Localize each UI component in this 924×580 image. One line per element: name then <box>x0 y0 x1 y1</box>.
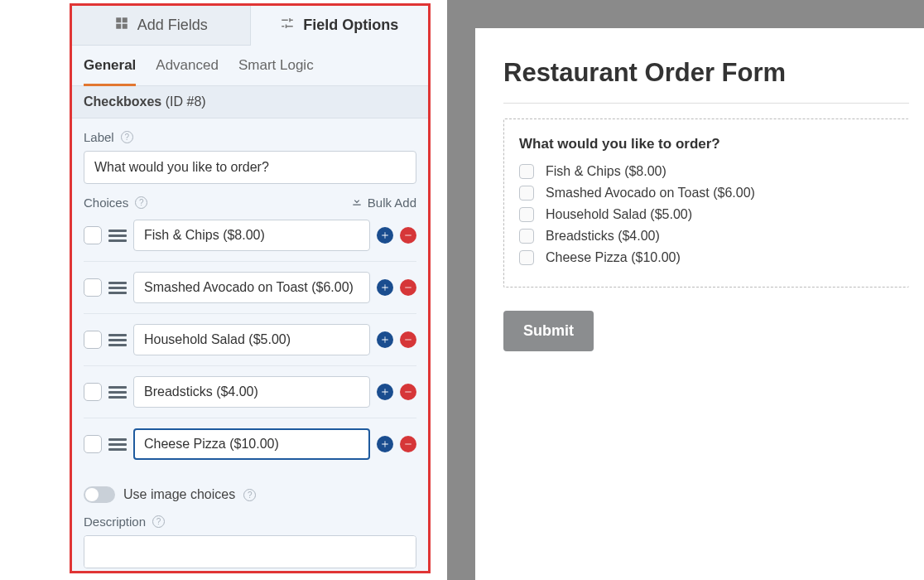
sliders-icon <box>280 16 295 35</box>
choice-text-input[interactable] <box>133 220 370 251</box>
form-title: Restaurant Order Form <box>503 58 924 88</box>
tab-field-options[interactable]: Field Options <box>251 6 429 46</box>
drag-handle-icon[interactable] <box>108 435 127 453</box>
field-type-name: Checkboxes <box>84 94 161 109</box>
preview-option-label: Fish & Chips ($8.00) <box>546 164 667 179</box>
help-icon[interactable]: ? <box>135 196 147 209</box>
choice-text-input[interactable] <box>133 428 370 460</box>
remove-choice-button[interactable] <box>400 279 416 296</box>
drag-handle-icon[interactable] <box>108 278 127 297</box>
preview-option-label: Household Salad ($5.00) <box>546 207 692 222</box>
choice-row <box>84 262 416 314</box>
choice-default-checkbox[interactable] <box>84 226 102 244</box>
checkbox-icon[interactable] <box>519 229 534 244</box>
divider <box>503 103 909 104</box>
choice-text-input[interactable] <box>133 324 370 355</box>
label-heading: Label <box>84 130 114 144</box>
checkbox-icon[interactable] <box>519 186 534 201</box>
checkbox-icon[interactable] <box>519 207 534 222</box>
add-choice-button[interactable] <box>377 384 393 400</box>
image-choices-toggle[interactable] <box>84 486 115 503</box>
preview-option[interactable]: Smashed Avocado on Toast ($6.00) <box>519 186 894 201</box>
bulk-add-label: Bulk Add <box>368 196 416 210</box>
preview-option-label: Smashed Avocado on Toast ($6.00) <box>546 186 755 201</box>
subtab-general[interactable]: General <box>84 57 136 86</box>
subtab-smart-logic[interactable]: Smart Logic <box>238 57 314 85</box>
drag-handle-icon[interactable] <box>108 226 127 244</box>
add-choice-button[interactable] <box>377 227 393 244</box>
choice-row <box>84 418 416 470</box>
drag-handle-icon[interactable] <box>108 383 127 401</box>
add-choice-button[interactable] <box>377 279 393 296</box>
help-icon[interactable]: ? <box>121 131 133 143</box>
choice-default-checkbox[interactable] <box>84 383 102 401</box>
checkbox-field-preview[interactable]: What would you like to order? Fish & Chi… <box>503 118 909 288</box>
checkbox-icon[interactable] <box>519 250 534 265</box>
choice-default-checkbox[interactable] <box>84 435 102 453</box>
image-choices-label: Use image choices <box>123 487 235 502</box>
choice-default-checkbox[interactable] <box>84 331 102 349</box>
drag-handle-icon[interactable] <box>108 331 127 349</box>
checkbox-icon[interactable] <box>519 164 534 179</box>
tab-add-fields-label: Add Fields <box>137 17 208 34</box>
subtab-advanced[interactable]: Advanced <box>156 57 219 85</box>
choice-text-input[interactable] <box>133 272 370 303</box>
help-icon[interactable]: ? <box>243 489 256 501</box>
add-choice-button[interactable] <box>377 331 393 348</box>
tab-field-options-label: Field Options <box>303 17 398 34</box>
remove-choice-button[interactable] <box>400 331 416 348</box>
field-id: (ID #8) <box>166 94 206 109</box>
field-options-panel: Add Fields Field Options General Advance… <box>70 3 431 573</box>
preview-option[interactable]: Cheese Pizza ($10.00) <box>519 250 894 265</box>
grid-icon <box>114 16 129 35</box>
bulk-add-button[interactable]: Bulk Add <box>351 196 416 210</box>
description-heading: Description <box>84 515 146 529</box>
field-type-header: Checkboxes (ID #8) <box>72 86 428 118</box>
choice-row <box>84 210 416 262</box>
preview-option[interactable]: Fish & Chips ($8.00) <box>519 164 894 179</box>
submit-button[interactable]: Submit <box>503 311 594 351</box>
choices-heading: Choices <box>84 196 128 210</box>
download-icon <box>351 196 363 210</box>
form-preview: Restaurant Order Form What would you lik… <box>475 28 924 580</box>
choice-default-checkbox[interactable] <box>84 278 102 297</box>
remove-choice-button[interactable] <box>400 384 416 400</box>
preview-option[interactable]: Household Salad ($5.00) <box>519 207 894 222</box>
remove-choice-button[interactable] <box>400 227 416 244</box>
preview-option-label: Breadsticks ($4.00) <box>546 229 660 244</box>
preview-option-label: Cheese Pizza ($10.00) <box>546 250 681 265</box>
choice-row <box>84 314 416 366</box>
choice-row <box>84 366 416 418</box>
tab-add-fields[interactable]: Add Fields <box>72 6 251 46</box>
help-icon[interactable]: ? <box>152 515 165 528</box>
description-input[interactable] <box>84 535 416 568</box>
choice-text-input[interactable] <box>133 376 370 408</box>
add-choice-button[interactable] <box>377 436 393 452</box>
remove-choice-button[interactable] <box>400 436 416 452</box>
label-input[interactable] <box>84 151 416 184</box>
preview-option[interactable]: Breadsticks ($4.00) <box>519 229 894 244</box>
field-question: What would you like to order? <box>519 136 894 152</box>
